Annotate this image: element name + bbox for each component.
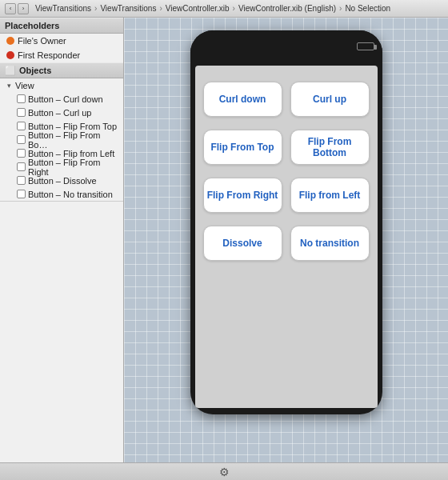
breadcrumb-2[interactable]: ViewTransitions: [100, 4, 156, 13]
breadcrumb-5: No Selection: [345, 4, 390, 13]
tree-item-no-transition[interactable]: Button – No transition: [0, 187, 123, 201]
checkbox-dissolve[interactable]: [17, 176, 26, 185]
tree-label-flip-from-right: Button – Flip From Right: [28, 158, 118, 177]
checkbox-flip-from-bottom[interactable]: [17, 135, 26, 144]
first-responder-icon: [6, 51, 14, 59]
checkbox-no-transition[interactable]: [17, 190, 26, 198]
files-owner-icon: [6, 37, 14, 45]
placeholders-label: Placeholders: [5, 21, 59, 30]
checkbox-curl-down[interactable]: [17, 94, 26, 103]
tree-item-view[interactable]: ▾ View: [0, 78, 123, 92]
forward-button[interactable]: ›: [18, 3, 29, 14]
tree-label-no-transition: Button – No transition: [28, 190, 113, 199]
sidebar: Placeholders File's Owner First Responde…: [0, 18, 124, 462]
tree-item-curl-up[interactable]: Button – Curl up: [0, 106, 123, 119]
objects-header: ⬜ Objects: [0, 62, 123, 78]
iphone-frame: Curl down Curl up Flip From Top Flip Fro…: [190, 30, 382, 414]
battery-icon: [357, 42, 374, 50]
tree-item-curl-down[interactable]: Button – Curl down: [0, 92, 123, 106]
gear-icon[interactable]: ⚙: [217, 465, 231, 479]
flip-from-left-button[interactable]: Flip from Left: [290, 178, 370, 213]
sidebar-bottom: [0, 201, 123, 462]
tree-label-dissolve: Button – Dissolve: [28, 176, 97, 186]
tree-label-curl-up: Button – Curl up: [28, 108, 92, 118]
no-transition-button[interactable]: No transition: [290, 226, 370, 261]
checkbox-curl-up[interactable]: [17, 108, 26, 117]
back-button[interactable]: ‹: [5, 3, 16, 14]
files-owner-label: File's Owner: [18, 36, 66, 46]
sidebar-item-first-responder[interactable]: First Responder: [0, 48, 123, 62]
button-row-2: Flip From Top Flip From Bottom: [203, 130, 370, 165]
bottom-bar: ⚙: [0, 462, 448, 480]
first-responder-label: First Responder: [18, 50, 80, 60]
view-label: View: [15, 81, 34, 90]
curl-up-button[interactable]: Curl up: [290, 82, 370, 117]
title-bar: ‹ › ViewTransitions › ViewTransitions › …: [0, 0, 448, 18]
dissolve-button[interactable]: Dissolve: [203, 226, 282, 261]
flip-from-bottom-button[interactable]: Flip From Bottom: [290, 130, 370, 165]
breadcrumb-1[interactable]: ViewTransitions: [35, 4, 91, 13]
breadcrumb-3[interactable]: ViewController.xib: [166, 4, 230, 13]
tree-item-flip-from-bottom[interactable]: Button – Flip From Bo…: [0, 133, 123, 146]
flip-from-right-button[interactable]: Flip From Right: [203, 178, 282, 213]
tree-item-flip-from-right[interactable]: Button – Flip From Right: [0, 160, 123, 174]
breadcrumb-4[interactable]: ViewController.xib (English): [238, 4, 336, 13]
checkbox-flip-from-left[interactable]: [17, 149, 26, 158]
button-row-1: Curl down Curl up: [203, 82, 370, 117]
iphone-screen: Curl down Curl up Flip From Top Flip Fro…: [195, 66, 378, 408]
objects-label: Objects: [19, 66, 51, 75]
tree-label-curl-down: Button – Curl down: [28, 94, 103, 104]
main-layout: Placeholders File's Owner First Responde…: [0, 18, 448, 462]
button-row-3: Flip From Right Flip from Left: [203, 178, 370, 213]
curl-down-button[interactable]: Curl down: [203, 82, 282, 117]
checkbox-flip-from-right[interactable]: [17, 162, 26, 171]
nav-buttons: ‹ ›: [5, 3, 29, 14]
content-area: Curl down Curl up Flip From Top Flip Fro…: [124, 18, 448, 462]
placeholders-header: Placeholders: [0, 18, 123, 34]
flip-from-top-button[interactable]: Flip From Top: [203, 130, 282, 165]
tree-toggle-view[interactable]: ▾: [5, 82, 13, 90]
tree-label-flip-from-bottom: Button – Flip From Bo…: [28, 130, 118, 150]
button-row-4: Dissolve No transition: [203, 226, 370, 261]
iphone-status-bar: [190, 30, 382, 62]
objects-icon: ⬜: [5, 66, 16, 76]
tree-group: ▾ View Button – Curl down Button – Curl …: [0, 78, 123, 201]
sidebar-item-files-owner[interactable]: File's Owner: [0, 34, 123, 48]
checkbox-flip-from-top[interactable]: [17, 122, 26, 130]
